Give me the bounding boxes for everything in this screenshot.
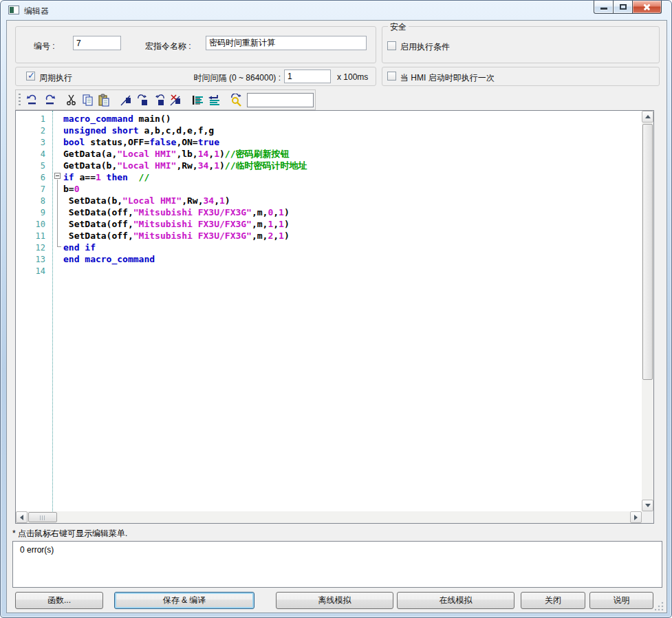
toolbar-grip-handle[interactable] bbox=[19, 94, 21, 107]
previous-bookmark-button[interactable] bbox=[152, 93, 166, 107]
online-simulation-button[interactable]: 在线模拟 bbox=[397, 592, 514, 609]
vertical-scroll-thumb[interactable] bbox=[642, 124, 653, 380]
outdent-button[interactable] bbox=[207, 93, 221, 107]
fold-bracket bbox=[57, 180, 61, 247]
maximize-button[interactable] bbox=[614, 1, 633, 14]
next-bookmark-icon bbox=[136, 94, 149, 107]
code-lines: 1macro_command main()2unsigned short a,b… bbox=[16, 111, 642, 277]
line-number: 10 bbox=[16, 220, 50, 229]
search-input[interactable] bbox=[247, 93, 314, 107]
code-text: SetData(off,"Mitsubishi FX3U/FX3G",m,2,1… bbox=[63, 231, 290, 241]
offline-simulation-button[interactable]: 离线模拟 bbox=[276, 592, 393, 609]
next-bookmark-button[interactable] bbox=[136, 93, 150, 107]
horizontal-scroll-thumb[interactable] bbox=[28, 512, 57, 522]
code-line[interactable]: 2unsigned short a,b,c,d,e,f,g bbox=[16, 125, 642, 136]
code-line[interactable]: 4GetData(a,"Local HMI",lb,14,1)//密码刷新按钮 bbox=[16, 148, 642, 160]
indent-button[interactable] bbox=[191, 93, 205, 107]
code-line[interactable]: 3bool status,OFF=false,ON=true bbox=[16, 136, 642, 148]
horizontal-scrollbar[interactable] bbox=[16, 511, 642, 523]
line-number: 14 bbox=[16, 266, 50, 276]
save-compile-button[interactable]: 保存 & 编译 bbox=[114, 592, 254, 609]
arrow-down-icon bbox=[645, 504, 651, 507]
line-number: 3 bbox=[16, 138, 50, 147]
macro-name-input[interactable] bbox=[206, 36, 367, 50]
number-label: 编号 : bbox=[34, 41, 55, 52]
scroll-right-button[interactable] bbox=[630, 511, 642, 523]
minimize-icon bbox=[600, 8, 607, 10]
clear-bookmarks-button[interactable] bbox=[169, 93, 183, 107]
minimize-button[interactable] bbox=[594, 1, 614, 14]
code-line[interactable]: 8 SetData(b,"Local HMI",Rw,34,1) bbox=[16, 195, 642, 206]
enable-condition-checkbox[interactable] bbox=[387, 41, 396, 50]
title-bar[interactable]: 编辑器 bbox=[1, 1, 671, 20]
copy-button[interactable] bbox=[80, 93, 95, 107]
editor-window: 编辑器 编号 : 宏指令名称 : 安全 启用执行条件 周期执行 时间间隔 (0 … bbox=[0, 0, 672, 618]
line-number: 9 bbox=[16, 208, 50, 217]
code-text: end if bbox=[63, 242, 96, 253]
functions-button[interactable]: 函数... bbox=[15, 592, 103, 609]
find-replace-button[interactable] bbox=[229, 93, 243, 107]
line-number: 7 bbox=[16, 184, 50, 194]
code-text: GetData(b,"Local HMI",Rw,34,1)//临时密码计时地址 bbox=[63, 160, 307, 172]
line-number: 5 bbox=[16, 161, 50, 171]
code-line[interactable]: 6if a==1 then // bbox=[16, 171, 642, 183]
close-window-button[interactable] bbox=[633, 1, 662, 14]
help-button[interactable]: 说明 bbox=[589, 592, 653, 609]
code-text: if a==1 then // bbox=[63, 172, 149, 182]
line-number: 4 bbox=[16, 149, 50, 159]
code-editor[interactable]: 1macro_command main()2unsigned short a,b… bbox=[15, 110, 654, 524]
code-text: SetData(off,"Mitsubishi FX3U/FX3G",m,1,1… bbox=[63, 219, 290, 229]
copy-icon bbox=[81, 94, 94, 107]
code-text: b=0 bbox=[63, 184, 79, 194]
toggle-bookmark-icon bbox=[120, 94, 133, 107]
code-view[interactable]: 1macro_command main()2unsigned short a,b… bbox=[16, 111, 642, 511]
number-input[interactable] bbox=[73, 36, 121, 50]
cut-button[interactable] bbox=[64, 93, 78, 107]
line-number: 6 bbox=[16, 173, 50, 182]
fold-collapse-box[interactable] bbox=[54, 173, 61, 179]
code-line[interactable]: 12end if bbox=[16, 242, 642, 253]
toggle-bookmark-button[interactable] bbox=[119, 93, 133, 107]
line-number: 13 bbox=[16, 255, 50, 264]
arrow-up-icon bbox=[645, 115, 651, 118]
edit-menu-hint: * 点击鼠标右键可显示编辑菜单. bbox=[12, 528, 127, 540]
maximize-icon bbox=[620, 4, 627, 10]
line-number: 12 bbox=[16, 243, 50, 253]
previous-bookmark-icon bbox=[153, 94, 166, 107]
resize-grip[interactable] bbox=[655, 601, 664, 610]
code-text: SetData(b,"Local HMI",Rw,34,1) bbox=[63, 195, 230, 206]
close-button[interactable]: 关闭 bbox=[521, 592, 585, 609]
code-line[interactable]: 7b=0 bbox=[16, 183, 642, 195]
run-on-startup-checkbox[interactable] bbox=[387, 72, 396, 81]
redo-button[interactable] bbox=[42, 93, 56, 107]
line-number: 8 bbox=[16, 196, 50, 206]
scroll-left-button[interactable] bbox=[16, 511, 28, 523]
code-line[interactable]: 9 SetData(off,"Mitsubishi FX3U/FX3G",m,0… bbox=[16, 206, 642, 218]
code-line[interactable]: 14 bbox=[16, 265, 642, 277]
code-line[interactable]: 13end macro_command bbox=[16, 253, 642, 265]
interval-label: 时间间隔 (0 ~ 864000) : bbox=[166, 72, 281, 84]
security-group: 安全 启用执行条件 bbox=[382, 26, 660, 63]
cut-icon bbox=[65, 94, 78, 107]
paste-button[interactable] bbox=[97, 93, 111, 107]
code-line[interactable]: 10 SetData(off,"Mitsubishi FX3U/FX3G",m,… bbox=[16, 218, 642, 230]
scroll-down-button[interactable] bbox=[642, 500, 653, 511]
scroll-up-button[interactable] bbox=[642, 111, 653, 122]
code-text: GetData(a,"Local HMI",lb,14,1)//密码刷新按钮 bbox=[63, 148, 289, 160]
undo-button[interactable] bbox=[25, 93, 40, 107]
editor-toolbar bbox=[15, 89, 316, 110]
redo-icon bbox=[43, 94, 56, 107]
code-line[interactable]: 1macro_command main() bbox=[16, 113, 642, 125]
code-line[interactable]: 5GetData(b,"Local HMI",Rw,34,1)//临时密码计时地… bbox=[16, 160, 642, 171]
macro-name-label: 宏指令名称 : bbox=[145, 41, 191, 52]
interval-input[interactable] bbox=[284, 70, 331, 83]
vertical-scrollbar[interactable] bbox=[642, 111, 653, 511]
interval-unit-label: x 100ms bbox=[337, 72, 368, 82]
compile-output-box[interactable]: 0 error(s) bbox=[12, 541, 662, 588]
code-text: macro_command main() bbox=[63, 114, 171, 124]
window-icon bbox=[8, 6, 19, 14]
periodic-label: 周期执行 bbox=[39, 72, 72, 84]
periodic-checkbox[interactable] bbox=[26, 72, 35, 81]
enable-condition-label: 启用执行条件 bbox=[400, 41, 450, 53]
code-line[interactable]: 11 SetData(off,"Mitsubishi FX3U/FX3G",m,… bbox=[16, 230, 642, 242]
